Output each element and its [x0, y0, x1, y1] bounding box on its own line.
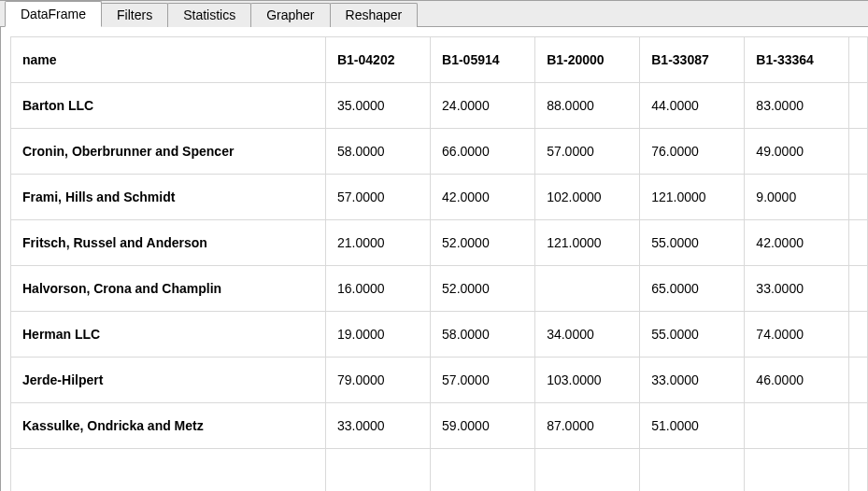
cell-value[interactable]: 103.0000 [535, 358, 640, 403]
cell-value[interactable]: 57.0000 [535, 129, 640, 175]
cell-value[interactable]: 102.0000 [535, 175, 640, 220]
cell-value[interactable]: 19.0000 [325, 312, 430, 358]
tab-statistics[interactable]: Statistics [167, 3, 251, 27]
cell-value[interactable] [745, 449, 849, 492]
column-header-overflow[interactable] [849, 37, 868, 83]
cell-overflow[interactable] [849, 266, 868, 312]
cell-value[interactable]: 51.0000 [640, 403, 745, 449]
cell-name[interactable]: Kassulke, Ondricka and Metz [11, 403, 326, 449]
cell-value[interactable]: 33.0000 [640, 358, 745, 403]
cell-name[interactable]: Barton LLC [11, 83, 326, 129]
cell-name[interactable] [11, 449, 326, 492]
cell-name[interactable]: Herman LLC [11, 312, 326, 358]
cell-value[interactable]: 83.0000 [745, 83, 849, 129]
cell-value[interactable]: 79.0000 [325, 358, 430, 403]
cell-value[interactable]: 88.0000 [535, 83, 640, 129]
cell-value[interactable]: 33.0000 [745, 266, 849, 312]
cell-value[interactable]: 24.0000 [431, 83, 535, 129]
cell-value[interactable]: 42.0000 [431, 175, 535, 220]
cell-value[interactable] [325, 449, 430, 492]
cell-overflow[interactable] [849, 449, 868, 492]
cell-value[interactable]: 52.0000 [431, 266, 535, 312]
cell-value[interactable]: 44.0000 [640, 83, 745, 129]
cell-value[interactable]: 65.0000 [640, 266, 745, 312]
app-window: DataFrame Filters Statistics Grapher Res… [0, 0, 868, 491]
tab-filters[interactable]: Filters [101, 3, 168, 27]
cell-value[interactable]: 42.0000 [745, 220, 849, 266]
table-row[interactable]: Cronin, Oberbrunner and Spencer 58.0000 … [11, 129, 868, 175]
cell-value[interactable]: 9.0000 [745, 175, 849, 220]
table-row[interactable]: Barton LLC 35.0000 24.0000 88.0000 44.00… [11, 83, 868, 129]
table-row[interactable]: Frami, Hills and Schmidt 57.0000 42.0000… [11, 175, 868, 220]
cell-value[interactable]: 74.0000 [745, 312, 849, 358]
tab-label: DataFrame [21, 7, 86, 21]
cell-overflow[interactable] [849, 129, 868, 175]
cell-value[interactable] [431, 449, 535, 492]
cell-value[interactable]: 57.0000 [431, 358, 535, 403]
cell-value[interactable] [640, 449, 745, 492]
cell-name[interactable]: Cronin, Oberbrunner and Spencer [11, 129, 326, 175]
tab-reshaper[interactable]: Reshaper [330, 3, 419, 27]
table-row[interactable] [11, 449, 868, 492]
table-row[interactable]: Halvorson, Crona and Champlin 16.0000 52… [11, 266, 868, 312]
tab-label: Statistics [183, 7, 235, 22]
cell-overflow[interactable] [849, 175, 868, 220]
cell-name[interactable]: Jerde-Hilpert [11, 358, 326, 403]
cell-overflow[interactable] [849, 358, 868, 403]
cell-value[interactable]: 16.0000 [325, 266, 430, 312]
cell-name[interactable]: Frami, Hills and Schmidt [11, 175, 326, 220]
data-grid-body: Barton LLC 35.0000 24.0000 88.0000 44.00… [11, 83, 868, 492]
cell-overflow[interactable] [849, 83, 868, 129]
cell-value[interactable] [535, 449, 640, 492]
cell-value[interactable]: 87.0000 [535, 403, 640, 449]
tab-label: Filters [117, 7, 152, 22]
cell-value[interactable]: 21.0000 [325, 220, 430, 266]
cell-value[interactable]: 35.0000 [325, 83, 430, 129]
cell-value[interactable]: 58.0000 [431, 312, 535, 358]
tab-grapher[interactable]: Grapher [250, 3, 330, 27]
cell-value[interactable]: 66.0000 [431, 129, 535, 175]
cell-name[interactable]: Fritsch, Russel and Anderson [11, 220, 326, 266]
tab-label: Reshaper [346, 7, 403, 22]
table-row[interactable]: Herman LLC 19.0000 58.0000 34.0000 55.00… [11, 312, 868, 358]
column-header-b1-05914[interactable]: B1-05914 [431, 37, 535, 83]
table-row[interactable]: Jerde-Hilpert 79.0000 57.0000 103.0000 3… [11, 358, 868, 403]
cell-value[interactable]: 121.0000 [535, 220, 640, 266]
cell-value[interactable] [535, 266, 640, 312]
cell-overflow[interactable] [849, 403, 868, 449]
cell-value[interactable] [745, 403, 849, 449]
column-header-b1-33364[interactable]: B1-33364 [745, 37, 849, 83]
table-row[interactable]: Fritsch, Russel and Anderson 21.0000 52.… [11, 220, 868, 266]
cell-value[interactable]: 121.0000 [640, 175, 745, 220]
cell-value[interactable]: 55.0000 [640, 220, 745, 266]
data-grid: name B1-04202 B1-05914 B1-20000 B1-33087… [10, 36, 868, 491]
column-header-b1-20000[interactable]: B1-20000 [535, 37, 640, 83]
cell-value[interactable]: 34.0000 [535, 312, 640, 358]
cell-value[interactable]: 46.0000 [745, 358, 849, 403]
header-row: name B1-04202 B1-05914 B1-20000 B1-33087… [11, 37, 868, 83]
column-header-b1-04202[interactable]: B1-04202 [325, 37, 430, 83]
cell-value[interactable]: 59.0000 [431, 403, 535, 449]
cell-value[interactable]: 52.0000 [431, 220, 535, 266]
cell-overflow[interactable] [849, 312, 868, 358]
column-header-b1-33087[interactable]: B1-33087 [640, 37, 745, 83]
cell-value[interactable]: 49.0000 [745, 129, 849, 175]
dataframe-panel: name B1-04202 B1-05914 B1-20000 B1-33087… [0, 27, 868, 491]
cell-value[interactable]: 33.0000 [325, 403, 430, 449]
tab-dataframe[interactable]: DataFrame [5, 1, 102, 27]
cell-value[interactable]: 57.0000 [325, 175, 430, 220]
column-header-name[interactable]: name [11, 37, 326, 83]
cell-overflow[interactable] [849, 220, 868, 266]
cell-name[interactable]: Halvorson, Crona and Champlin [11, 266, 326, 312]
tab-label: Grapher [266, 7, 314, 22]
data-grid-viewport[interactable]: name B1-04202 B1-05914 B1-20000 B1-33087… [10, 36, 868, 491]
cell-value[interactable]: 76.0000 [640, 129, 745, 175]
cell-value[interactable]: 58.0000 [325, 129, 430, 175]
tab-strip: DataFrame Filters Statistics Grapher Res… [0, 1, 868, 27]
cell-value[interactable]: 55.0000 [640, 312, 745, 358]
table-row[interactable]: Kassulke, Ondricka and Metz 33.0000 59.0… [11, 403, 868, 449]
